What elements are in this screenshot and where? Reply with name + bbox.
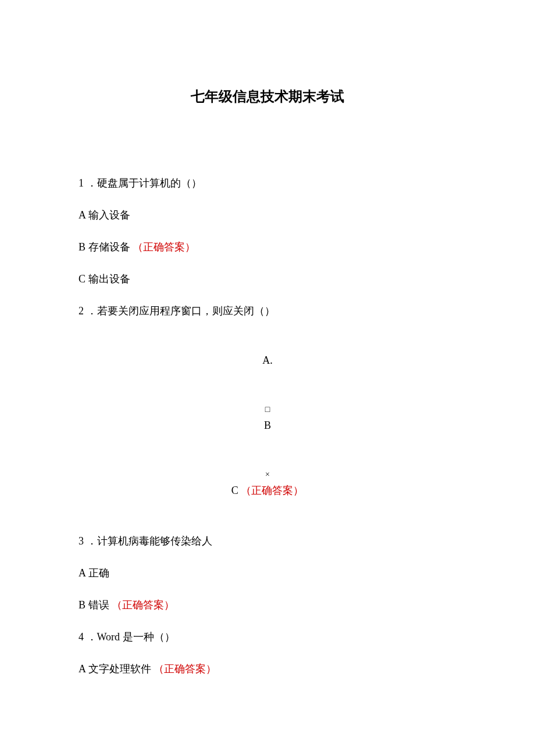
question-2-option-c-symbol: × <box>79 468 456 481</box>
page-title: 七年级信息技术期末考试 <box>79 87 456 106</box>
question-2-option-a: A. <box>79 353 456 368</box>
question-4-text: ．Word 是一种（） <box>87 631 175 643</box>
question-2-number: 2 <box>79 305 84 317</box>
question-3-option-a: A 正确 <box>79 565 456 581</box>
question-2-option-c: C （正确答案） <box>79 483 456 499</box>
question-2-option-c-label: C <box>231 485 238 496</box>
question-1-text: ．硬盘属于计算机的（） <box>87 177 202 189</box>
question-4-number: 4 <box>79 631 84 643</box>
question-3-text: ．计算机病毒能够传染给人 <box>87 535 212 547</box>
question-2-text: ．若要关闭应用程序窗口，则应关闭（） <box>87 305 275 317</box>
question-1-number: 1 <box>79 177 84 189</box>
question-1-option-c: C 输出设备 <box>79 271 456 287</box>
question-4: 4 ．Word 是一种（） <box>79 629 456 645</box>
question-1-option-b: B 存储设备 （正确答案） <box>79 239 456 255</box>
document-page: 七年级信息技术期末考试 1 ．硬盘属于计算机的（） A 输入设备 B 存储设备 … <box>0 0 535 677</box>
question-3-option-b-text: B 错误 <box>79 599 109 611</box>
question-4-option-a: A 文字处理软件 （正确答案） <box>79 661 456 677</box>
question-3-number: 3 <box>79 535 84 547</box>
question-3: 3 ．计算机病毒能够传染给人 <box>79 533 456 549</box>
question-3-correct-mark: （正确答案） <box>112 599 174 611</box>
question-1-option-a: A 输入设备 <box>79 207 456 223</box>
question-2-correct-mark: （正确答案） <box>241 485 304 496</box>
question-1: 1 ．硬盘属于计算机的（） <box>79 175 456 191</box>
question-4-correct-mark: （正确答案） <box>154 663 216 675</box>
question-1-option-b-text: B 存储设备 <box>79 241 130 253</box>
question-4-option-a-text: A 文字处理软件 <box>79 663 151 675</box>
question-2-option-b-symbol: □ <box>79 403 456 415</box>
question-2-option-b-label: B <box>79 418 456 433</box>
question-2: 2 ．若要关闭应用程序窗口，则应关闭（） <box>79 303 456 319</box>
question-1-correct-mark: （正确答案） <box>133 241 195 253</box>
question-3-option-b: B 错误 （正确答案） <box>79 597 456 613</box>
